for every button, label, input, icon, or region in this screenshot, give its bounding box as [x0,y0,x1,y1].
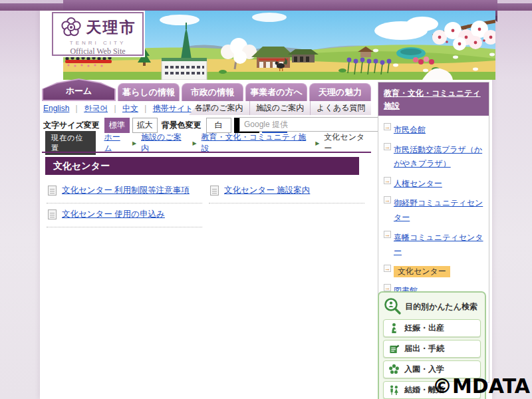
couple-icon [388,384,400,396]
separator: ｜ [72,104,80,113]
quick-link-faq[interactable]: よくある質問 [310,101,371,115]
sidebar-item-mikyono-community-center[interactable]: →御経野コミュニティセンター [381,192,486,226]
breadcrumb-current: 文化センター [324,132,371,154]
pregnancy-icon [388,323,400,334]
link-facility-guide[interactable]: 文化センター 施設案内 [224,185,310,196]
main-navigation: ホーム 暮らしの情報 市政の情報 事業者の方へ 天理の魅力 [42,78,371,101]
separator: ｜ [111,104,119,113]
breadcrumb-facilities[interactable]: 施設のご案内 [141,132,188,154]
sidebar-item-label[interactable]: 人権センター [394,179,442,188]
link-usage-restrictions[interactable]: 文化センター 利用制限等注意事項 [62,185,190,196]
quick-links-strip: 各課のご案内 施設のご案内 よくある質問 [189,101,371,115]
purpose-item-label: 入園・入学 [404,364,444,375]
sidebar-item-label[interactable]: 市民会館 [394,125,426,134]
sidebar-item-kahata-community-center[interactable]: →嘉幡コミュニティセンター [381,227,486,261]
arrow-icon: → [384,123,391,130]
sidebar-item-label[interactable]: 嘉幡コミュニティセンター [394,233,483,257]
site-title-en: TENRI CITY [57,40,138,46]
lang-link-english[interactable]: English [43,104,69,113]
divider [42,152,371,153]
list-item[interactable]: 文化センター 使用の申込み [47,203,202,227]
quick-link-departments[interactable]: 各課のご案内 [189,101,249,115]
procedure-document-icon [388,343,400,354]
breadcrumb-separator: ▶ [315,140,319,146]
sidebar-item-label[interactable]: 市民活動交流プラザ（かがやきプラザ） [394,145,482,169]
document-link-list: 文化センター 利用制限等注意事項 文化センター 施設案内 文化センター 使用の申… [47,180,364,227]
sidebar-item-jinken-center[interactable]: →人権センター [381,173,486,193]
breadcrumb: 現在の位置 ホーム ▶ 施設のご案内 ▶ 教育・文化・コミュニティ施設 ▶ 文化… [45,136,371,150]
site-tagline: Official Web Site [57,47,138,57]
watermark: ©MDATA [432,374,530,398]
breadcrumb-separator: ▶ [192,140,196,146]
tab-city-government[interactable]: 市政の情報 [182,83,243,101]
font-size-standard-button[interactable]: 標準 [104,118,130,133]
list-item[interactable]: 文化センター 利用制限等注意事項 [47,180,202,203]
quick-link-facilities[interactable]: 施設のご案内 [249,101,311,115]
lang-link-mobile-site[interactable]: 携帯サイト [153,104,194,113]
list-item[interactable]: 文化センター 施設案内 [209,180,364,203]
purpose-item-label: 届出・手続 [404,343,444,354]
font-size-enlarge-button[interactable]: 拡大 [132,118,158,133]
arrow-icon: → [384,231,391,238]
page: 天理市 TENRI CITY Official Web Site ホーム 暮らし… [0,0,532,399]
tenri-emblem-icon [60,16,82,39]
document-icon [210,186,219,196]
site-logo[interactable]: 天理市 TENRI CITY Official Web Site [52,12,144,56]
sidebar-item-label[interactable]: 御経野コミュニティセンター [394,198,483,222]
purpose-search-icon [383,297,402,316]
arrow-icon: → [384,177,391,184]
sidebar-item-bunka-center-active[interactable]: →文化センター [381,261,486,281]
sidebar-item-shimin-kaikan[interactable]: →市民会館 [381,119,486,139]
document-icon [48,209,57,219]
sakura-icon [388,364,400,375]
background-color-label: 背景色変更 [162,120,201,131]
lang-link-chinese[interactable]: 中文 [122,104,138,113]
tab-home[interactable]: ホーム [42,78,116,101]
search-input[interactable] [239,117,393,132]
sidebar-title-link[interactable]: 教育・文化・コミュニティ施設 [384,88,481,110]
page-title: 文化センター [45,157,359,175]
tab-home-label: ホーム [42,85,116,97]
tab-living-info[interactable]: 暮らしの情報 [118,83,180,101]
tab-for-businesses[interactable]: 事業者の方へ [245,83,307,101]
purpose-item-label: 妊娠・出産 [404,323,444,334]
bg-white-button[interactable]: 白 [206,118,231,133]
utility-row: English｜한국어｜中文｜携帯サイト 各課のご案内 施設のご案内 よくある質… [42,101,371,115]
sidebar-active-item-label: 文化センター [394,266,450,277]
tab-tenri-charm[interactable]: 天理の魅力 [309,83,371,101]
link-application-for-use[interactable]: 文化センター 使用の申込み [62,209,165,220]
breadcrumb-education-culture[interactable]: 教育・文化・コミュニティ施設 [201,132,311,154]
breadcrumb-separator: ▶ [132,140,136,146]
font-size-label: 文字サイズ変更 [43,120,100,131]
sidebar-item-kagayaki-plaza[interactable]: →市民活動交流プラザ（かがやきプラザ） [381,139,486,173]
separator: ｜ [142,104,150,113]
purpose-item-pregnancy-birth[interactable]: 妊娠・出産 [383,319,481,337]
purpose-search-title: 目的別かんたん検索 [405,301,477,313]
site-title: 天理市 [86,20,136,35]
arrow-icon: → [384,284,391,291]
breadcrumb-home[interactable]: ホーム [104,132,127,154]
arrow-icon: → [384,265,391,272]
arrow-icon: → [384,143,391,150]
lang-link-korean[interactable]: 한국어 [84,104,108,113]
purpose-item-notifications-procedures[interactable]: 届出・手続 [383,340,481,358]
arrow-icon: → [384,196,391,203]
document-icon [48,186,57,196]
